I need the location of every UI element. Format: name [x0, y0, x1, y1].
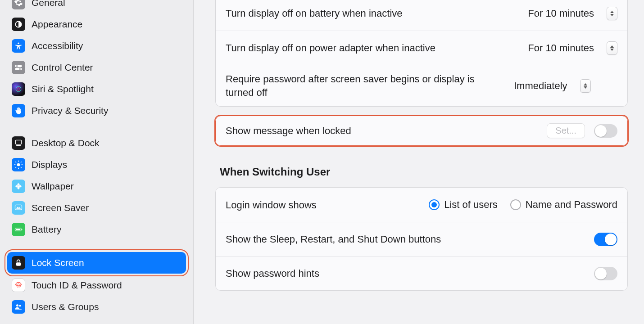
row-show-message-locked: Show message when locked Set...	[215, 116, 628, 146]
row-adapter-display-off: Turn display off on power adapter when i…	[216, 31, 627, 65]
toggle-password-hints[interactable]	[594, 267, 617, 280]
setting-value: For 10 minutes	[528, 42, 594, 54]
row-login-window-shows: Login window shows List of users Name an…	[216, 188, 627, 222]
row-sleep-restart-buttons: Show the Sleep, Restart, and Shut Down b…	[216, 222, 627, 256]
sidebar-item-label: Screen Saver	[32, 202, 89, 213]
sidebar-item-displays[interactable]: Displays	[7, 154, 186, 176]
users-icon	[12, 300, 25, 314]
setting-label: Require password after screen saver begi…	[226, 72, 505, 99]
svg-point-5	[19, 68, 21, 70]
svg-point-28	[16, 304, 18, 306]
sidebar-item-label: Wallpaper	[32, 181, 74, 192]
screensaver-icon	[12, 201, 25, 215]
svg-rect-2	[15, 65, 22, 67]
sidebar-item-label: Users & Groups	[32, 302, 99, 312]
svg-line-18	[21, 162, 22, 162]
svg-point-29	[19, 305, 21, 306]
svg-point-1	[18, 43, 19, 44]
sidebar-item-general[interactable]: General	[7, 0, 186, 14]
stepper-require-password[interactable]	[580, 79, 591, 93]
svg-rect-8	[15, 140, 21, 144]
sidebar-item-accessibility[interactable]: Accessibility	[7, 35, 186, 57]
setting-label: Turn display off on power adapter when i…	[226, 41, 519, 55]
set-message-button[interactable]: Set...	[547, 123, 585, 138]
row-password-hints: Show password hints	[216, 256, 627, 290]
svg-point-25	[17, 265, 18, 265]
flower-icon	[12, 180, 25, 193]
accessibility-icon	[12, 39, 25, 53]
gear-icon	[12, 0, 25, 9]
svg-line-15	[15, 162, 16, 162]
sidebar-item-touchid[interactable]: Touch ID & Password	[7, 274, 186, 296]
svg-rect-23	[22, 229, 23, 230]
setting-label: Show password hints	[226, 267, 585, 280]
sidebar-item-label: Displays	[32, 159, 67, 170]
section-title: When Switching User	[220, 166, 628, 178]
fingerprint-icon	[12, 279, 25, 292]
sidebar-item-label: Privacy & Security	[32, 105, 108, 116]
radio-name-password[interactable]: Name and Password	[510, 199, 617, 211]
battery-icon	[12, 223, 25, 236]
radio-icon	[429, 199, 440, 210]
toggle-show-message[interactable]	[594, 124, 617, 138]
svg-point-10	[17, 163, 20, 166]
svg-rect-3	[15, 68, 22, 70]
svg-point-26	[18, 265, 18, 265]
setting-value: Immediately	[514, 80, 567, 92]
sidebar-item-label: Accessibility	[32, 40, 83, 51]
svg-line-17	[15, 167, 16, 168]
dock-icon	[12, 136, 25, 150]
radio-label: Name and Password	[526, 199, 617, 211]
sidebar-item-screensaver[interactable]: Screen Saver	[7, 197, 186, 219]
sidebar: General Appearance Accessibility Control…	[0, 0, 194, 324]
setting-value: For 10 minutes	[528, 8, 594, 19]
lock-icon	[12, 256, 25, 270]
sidebar-item-label: Appearance	[32, 19, 82, 30]
row-require-password: Require password after screen saver begi…	[216, 65, 627, 106]
sidebar-item-appearance[interactable]: Appearance	[7, 14, 186, 35]
sidebar-item-privacy[interactable]: Privacy & Security	[7, 100, 186, 122]
sidebar-item-users[interactable]: Users & Groups	[7, 296, 186, 318]
sidebar-item-label: Desktop & Dock	[32, 138, 100, 148]
sidebar-item-siri[interactable]: Siri & Spotlight	[7, 78, 186, 100]
setting-label: Show the Sleep, Restart, and Shut Down b…	[226, 233, 585, 246]
radio-icon	[510, 199, 521, 210]
svg-rect-20	[15, 205, 22, 210]
stepper-battery-display[interactable]	[607, 7, 617, 20]
appearance-icon	[12, 18, 25, 31]
svg-rect-9	[16, 145, 21, 146]
sidebar-item-label: Touch ID & Password	[32, 280, 122, 291]
radio-label: List of users	[444, 199, 498, 211]
sidebar-item-label: Lock Screen	[32, 257, 84, 268]
sidebar-item-lockscreen[interactable]: Lock Screen	[7, 252, 186, 274]
svg-point-19	[18, 185, 19, 187]
sidebar-item-label: Control Center	[32, 62, 93, 73]
sidebar-item-desktop[interactable]: Desktop & Dock	[7, 132, 186, 154]
row-battery-display-off: Turn display off on battery when inactiv…	[216, 0, 627, 31]
toggle-sleep-restart[interactable]	[594, 233, 617, 246]
sidebar-item-wallpaper[interactable]: Wallpaper	[7, 176, 186, 197]
settings-content: Turn display off on battery when inactiv…	[194, 0, 644, 324]
svg-point-27	[19, 265, 20, 265]
stepper-adapter-display[interactable]	[607, 41, 617, 55]
setting-label: Show message when locked	[226, 124, 538, 138]
svg-rect-22	[16, 229, 20, 230]
controlcenter-icon	[12, 61, 25, 74]
sidebar-item-battery[interactable]: Battery	[7, 219, 186, 240]
sidebar-item-label: General	[32, 0, 65, 8]
hand-icon	[12, 104, 25, 117]
setting-label: Login window shows	[226, 198, 361, 212]
sidebar-item-controlcenter[interactable]: Control Center	[7, 57, 186, 78]
sidebar-item-label: Battery	[32, 224, 62, 235]
brightness-icon	[12, 158, 25, 171]
svg-point-6	[16, 86, 21, 92]
sidebar-item-label: Siri & Spotlight	[32, 84, 94, 94]
radio-list-of-users[interactable]: List of users	[429, 199, 498, 211]
setting-label: Turn display off on battery when inactiv…	[226, 7, 519, 20]
svg-point-4	[16, 65, 18, 67]
svg-line-16	[21, 167, 22, 168]
svg-point-7	[17, 88, 20, 91]
siri-icon	[12, 82, 25, 96]
sidebar-highlighted: Lock Screen	[6, 251, 187, 274]
